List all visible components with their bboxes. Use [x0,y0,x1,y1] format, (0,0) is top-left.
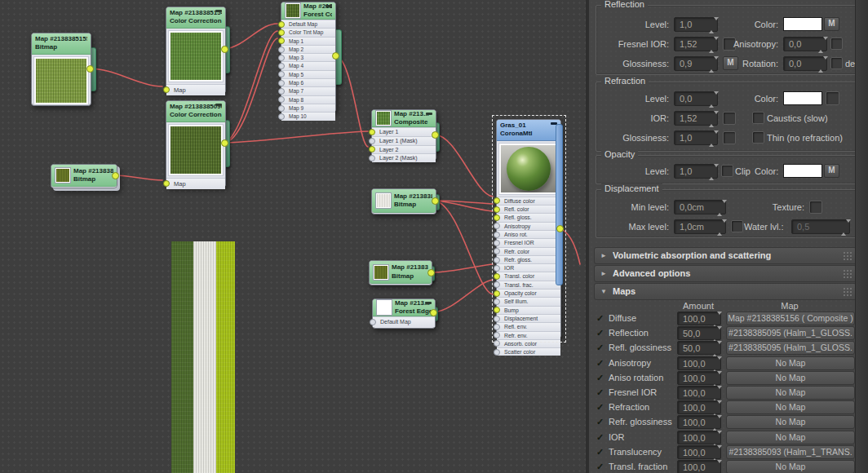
node-collapse-icon[interactable] [425,302,432,304]
node-input-slot[interactable]: Refr. env. [497,331,560,339]
node-forest-color[interactable]: Map #213... Forest Co... Default Map Col… [281,2,336,113]
input-socket[interactable] [494,316,500,322]
output-socket[interactable] [427,269,435,276]
map-slot-button[interactable]: No Map [726,400,855,414]
map-amount-spinner[interactable]: 100,0 [677,371,721,385]
anisotropy-spinner[interactable]: 0,0 [783,37,827,51]
input-socket[interactable] [278,46,285,53]
node-input-slot[interactable]: Refr. color [497,247,560,255]
node-input-slot[interactable]: Map 9 [281,104,335,112]
input-socket[interactable] [494,332,500,338]
output-socket[interactable] [432,131,439,139]
input-socket[interactable] [494,214,500,221]
node-bitmap-stacked[interactable]: Map #213838... Bitmap [51,164,117,188]
node-input-slot[interactable]: Map 6 [281,78,335,86]
node-wire[interactable] [431,264,493,272]
node-input-slot[interactable]: Bump [497,306,560,314]
refraction-color-swatch[interactable] [783,91,822,105]
rollout-grip-icon[interactable] [843,269,852,278]
node-input-slot[interactable]: Layer 1 [372,127,436,136]
input-socket[interactable] [278,29,285,36]
output-socket[interactable] [556,225,564,232]
rollout-advanced-options[interactable]: ► Advanced options [594,265,857,282]
input-socket[interactable] [370,319,376,325]
reflection-glossiness-spinner[interactable]: 0,9 [674,56,718,71]
input-socket[interactable] [494,281,500,288]
node-input-slot[interactable]: Diffuse color [497,197,560,205]
node-header[interactable]: Map #2138385155 Bitmap [32,33,91,55]
input-socket[interactable] [494,298,500,305]
node-input-slot[interactable]: Map 1 [281,37,335,45]
map-amount-spinner[interactable]: 100,0 [677,386,721,400]
node-input-slot[interactable]: Refl. gloss. [497,213,560,221]
rollout-grip-icon[interactable] [843,251,852,260]
node-input-slot[interactable]: Transl. frac. [497,281,560,289]
caustics-checkbox[interactable] [752,112,764,124]
map-slot-button[interactable]: No Map [726,356,855,370]
input-socket[interactable] [369,138,375,144]
rollout-grip-icon[interactable] [843,287,852,296]
input-socket[interactable] [494,257,500,263]
input-socket[interactable] [278,55,285,61]
node-input-slot[interactable]: Displacement [497,314,560,322]
input-socket[interactable] [278,96,285,103]
map-amount-spinner[interactable]: 100,0 [677,312,721,325]
input-socket[interactable] [494,349,500,356]
node-collapse-icon[interactable] [215,104,222,106]
map-checkbox[interactable]: ✓ [596,373,606,382]
input-socket[interactable] [494,340,500,347]
input-socket[interactable] [494,273,500,280]
node-input-slot[interactable]: Refl. env. [497,322,560,330]
panel-scrollbar[interactable] [855,0,868,473]
node-scrollbar[interactable] [556,124,563,285]
input-socket[interactable] [494,232,500,238]
max-level-spinner[interactable]: 1,0cm [674,219,726,234]
min-level-spinner[interactable]: 0,0cm [674,200,726,214]
node-input-slot[interactable]: Map 10 [281,112,335,120]
rotation-spinner[interactable]: 0,0 [783,56,827,71]
map-slot-button[interactable]: #2138385093 (Halm_1_TRANS. [726,445,855,459]
thin-checkbox[interactable] [752,131,764,144]
water-level-checkbox[interactable] [731,220,743,232]
node-input-slot[interactable]: Map 5 [281,70,335,78]
node-input-slot[interactable]: Opacity color [497,289,560,297]
refraction-ior-spinner[interactable]: 1,52 [674,111,718,126]
map-amount-spinner[interactable]: 100,0 [677,400,721,414]
node-input-slot[interactable]: Map 7 [281,86,335,95]
node-input-slot[interactable]: Fresnel IOR [497,238,560,246]
map-checkbox[interactable]: ✓ [596,447,606,457]
node-bitmap-translucency[interactable]: Map #213838... Bitmap [369,260,432,285]
output-socket[interactable] [430,309,437,316]
node-input-slot[interactable]: Map 4 [281,61,335,69]
input-socket[interactable] [494,223,500,229]
input-socket[interactable] [369,129,375,135]
input-socket[interactable] [278,38,285,44]
clip-checkbox[interactable] [721,165,733,177]
node-coronamtl-gras01[interactable]: Gras_01 CoronaMtl Diffuse color Refl. co… [496,119,561,338]
input-socket[interactable] [163,180,170,187]
node-colorcorrection-2138385096[interactable]: Map #2138385096 Color Correction Map [166,100,226,188]
node-header[interactable]: Map #213... Forest Edge [373,299,435,316]
output-socket[interactable] [86,65,94,73]
node-colorcorrection-2138385154[interactable]: Map #2138385154 Color Correction Map [166,7,226,94]
node-input-slot[interactable]: Anisotropy [497,222,560,230]
map-slot-button[interactable]: No Map [726,371,855,385]
map-slot-button[interactable]: Map #2138385156 ( Composite ) [726,312,855,325]
map-slot-button[interactable]: #2138385095 (Halm_1_GLOSS. [726,341,855,355]
node-wire[interactable] [90,69,162,86]
opacity-level-spinner[interactable]: 1,0 [674,164,718,179]
node-input-slot[interactable]: Self illum. [497,297,560,305]
map-checkbox[interactable]: ✓ [596,313,606,323]
displacement-texture-slot[interactable] [809,201,822,214]
node-composite[interactable]: Map #213... Composite Layer 1 Layer 1 (M… [371,109,436,161]
node-wire[interactable] [115,175,162,180]
node-input-slot[interactable]: Default Map [281,20,335,28]
output-socket[interactable] [221,139,228,147]
input-socket[interactable] [278,80,285,86]
node-input-slot[interactable]: Map [166,84,225,95]
reflection-level-spinner[interactable]: 1,0 [674,17,718,32]
node-collapse-icon[interactable] [215,10,222,12]
map-checkbox[interactable]: ✓ [596,402,606,412]
output-socket[interactable] [432,197,439,205]
node-input-slot[interactable]: Map 2 [281,45,335,53]
